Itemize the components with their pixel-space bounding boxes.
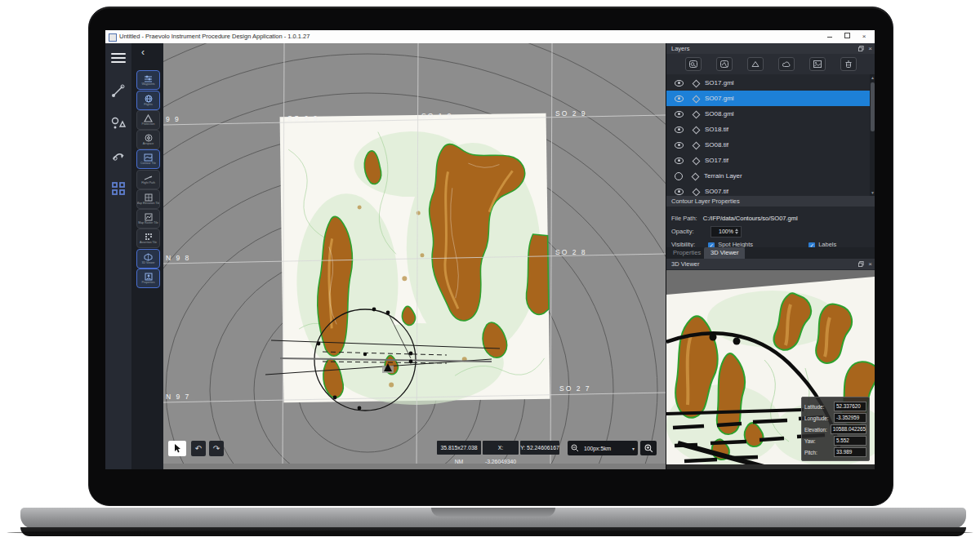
tool-assertion-tile[interactable]: Assertion Tile <box>136 229 160 248</box>
float-panel-icon[interactable] <box>858 46 864 51</box>
tool-column: ‹ Waypoints Flights Protection Airspace … <box>131 43 163 469</box>
map-bottom-strip <box>163 464 666 469</box>
file-path-value: C:/IFP/data/Contours/so/SO07.gml <box>703 215 798 222</box>
add-raster-layer-button[interactable] <box>809 57 826 71</box>
yaw-value: 5.552 <box>834 436 866 446</box>
turn-tool-icon[interactable] <box>110 148 127 164</box>
opacity-spinbox[interactable]: 100% <box>710 226 742 238</box>
zoom-scale-dropdown[interactable]: 100px:5km ▾ <box>568 441 638 455</box>
svg-text:SO 1 9: SO 1 9 <box>421 112 452 120</box>
close-button[interactable]: × <box>858 33 870 41</box>
scrollbar-thumb[interactable] <box>871 82 875 131</box>
elevation-value: 10588.042265 <box>831 424 866 434</box>
tab-3d-viewer[interactable]: 3D Viewer <box>704 247 745 259</box>
telemetry-overlay: Latitude:52.337620 Longitude:-3.352959 E… <box>801 397 870 461</box>
contour-properties-title: Contour Layer Properties <box>666 196 875 206</box>
add-terrain-layer-button[interactable] <box>747 57 764 71</box>
visibility-eye-icon[interactable] <box>675 158 684 164</box>
float-panel-icon[interactable] <box>858 261 864 267</box>
contour-properties-section: Contour Layer Properties <box>666 196 875 206</box>
delete-layer-button[interactable] <box>840 57 857 71</box>
tool-3d-viewer[interactable]: 3D Viewer <box>136 249 160 269</box>
hamburger-menu-icon[interactable] <box>111 53 126 63</box>
scroll-down-arrow[interactable]: ▼ <box>870 189 875 196</box>
left-rail <box>105 43 131 469</box>
longitude-value: -3.352959 <box>834 413 866 423</box>
collapse-toolcol-button[interactable]: ‹ <box>141 47 145 58</box>
layer-row[interactable]: SO08.gml <box>666 106 870 122</box>
app-body: ‹ Waypoints Flights Protection Airspace … <box>105 43 875 469</box>
zoom-out-icon[interactable] <box>571 444 579 452</box>
laptop-base <box>20 508 966 529</box>
scroll-up-arrow[interactable]: ▲ <box>870 74 875 81</box>
window-title: Untitled - Praevolo Instrument Procedure… <box>119 33 310 40</box>
layer-row[interactable]: SO08.tif <box>666 137 870 153</box>
maximize-button[interactable] <box>841 33 853 41</box>
tab-properties[interactable]: Properties <box>666 247 707 259</box>
zoom-scale-value: 100px:5km <box>584 446 611 451</box>
spinner-arrows-icon[interactable] <box>735 229 739 235</box>
svg-text:9 9: 9 9 <box>166 115 180 123</box>
map-graphics: 9 9 SO 0 9 SO 1 9 SO 2 9 N 9 8 SO 2 8 N … <box>163 43 666 469</box>
viewer3d-header: 3D Viewer × <box>666 259 875 269</box>
minimize-button[interactable] <box>824 33 835 41</box>
add-cloud-layer-button[interactable] <box>778 57 795 71</box>
visibility-eye-icon[interactable] <box>675 142 684 149</box>
close-panel-icon[interactable]: × <box>868 43 872 54</box>
window-titlebar: Untitled - Praevolo Instrument Procedure… <box>105 30 875 44</box>
layer-row[interactable]: Terrain Layer <box>666 168 870 184</box>
tool-map-elevation-tile[interactable]: Map Elevation Tile <box>136 189 160 209</box>
tool-contour-tile[interactable]: Contour Tile <box>136 149 160 169</box>
tool-airspace[interactable]: Airspace <box>136 130 160 149</box>
tool-map-raster-tile[interactable]: Map Raster Tile <box>136 209 160 229</box>
x-coordinate-readout: X: -3.26049340 <box>483 441 519 455</box>
extent-readout: 35.815x27.038 NM <box>437 441 481 455</box>
layers-panel-header: Layers × <box>666 43 875 54</box>
undo-button[interactable]: ↶ <box>191 441 206 456</box>
layer-row[interactable]: SO18.tif <box>666 122 870 137</box>
bottom-tabs: Properties 3D Viewer <box>666 247 875 259</box>
tool-waypoints[interactable]: Waypoints <box>136 70 160 90</box>
visibility-eye-icon[interactable] <box>675 111 684 118</box>
svg-text:N 9 8: N 9 8 <box>166 254 190 262</box>
tool-flights[interactable]: Flights <box>136 91 160 110</box>
layers-scrollbar[interactable]: ▲ ▼ <box>870 74 875 196</box>
layer-type-icon <box>693 95 699 102</box>
visibility-eye-icon[interactable] <box>675 80 684 87</box>
svg-text:SO 2 7: SO 2 7 <box>559 384 590 393</box>
select-tool-button[interactable] <box>168 441 186 456</box>
visibility-eye-icon[interactable] <box>675 189 684 195</box>
visibility-eye-icon[interactable] <box>675 127 684 133</box>
tool-protection[interactable]: Protection <box>136 110 160 130</box>
leg-tool-icon[interactable] <box>110 82 127 99</box>
file-path-row: File Path: C:/IFP/data/Contours/so/SO07.… <box>671 215 798 222</box>
shapes-tool-icon[interactable] <box>110 115 127 131</box>
tool-flight-path[interactable]: Flight Path <box>136 170 160 189</box>
viewer3d-title: 3D Viewer <box>671 260 699 268</box>
layer-row[interactable]: SO07.gml <box>666 91 870 106</box>
right-panel: Layers × SO17.gml SO07.gml SO08.gml SO18… <box>666 43 875 469</box>
layer-row[interactable]: SO17.gml <box>666 75 870 91</box>
close-panel-icon[interactable]: × <box>868 259 872 269</box>
tool-properties[interactable]: Properties <box>136 269 160 288</box>
layer-type-icon <box>693 142 699 149</box>
layers-panel-title: Layers <box>671 45 690 52</box>
add-vector-layer-button[interactable] <box>685 57 702 71</box>
visibility-eye-icon[interactable] <box>675 172 683 180</box>
layer-type-icon <box>693 127 699 133</box>
map-canvas[interactable]: 9 9 SO 0 9 SO 1 9 SO 2 9 N 9 8 SO 2 8 N … <box>163 43 666 469</box>
zoom-in-button[interactable] <box>640 441 657 455</box>
add-contour-layer-button[interactable] <box>716 57 733 71</box>
chevron-down-icon: ▾ <box>632 446 635 451</box>
modules-grid-icon[interactable] <box>110 180 127 197</box>
svg-text:SO 2 8: SO 2 8 <box>555 248 586 256</box>
layer-row[interactable]: SO17.tif <box>666 153 870 168</box>
layer-type-icon <box>693 80 699 87</box>
layer-type-icon <box>693 189 699 195</box>
visibility-eye-icon[interactable] <box>675 95 684 102</box>
latitude-value: 52.337620 <box>834 402 866 411</box>
redo-button[interactable]: ↷ <box>209 441 224 456</box>
layers-list: SO17.gml SO07.gml SO08.gml SO18.tif SO08… <box>666 74 875 196</box>
viewer3d-canvas[interactable]: Latitude:52.337620 Longitude:-3.352959 E… <box>666 270 875 469</box>
y-coordinate-readout: Y: 52.24606167 <box>520 441 559 455</box>
